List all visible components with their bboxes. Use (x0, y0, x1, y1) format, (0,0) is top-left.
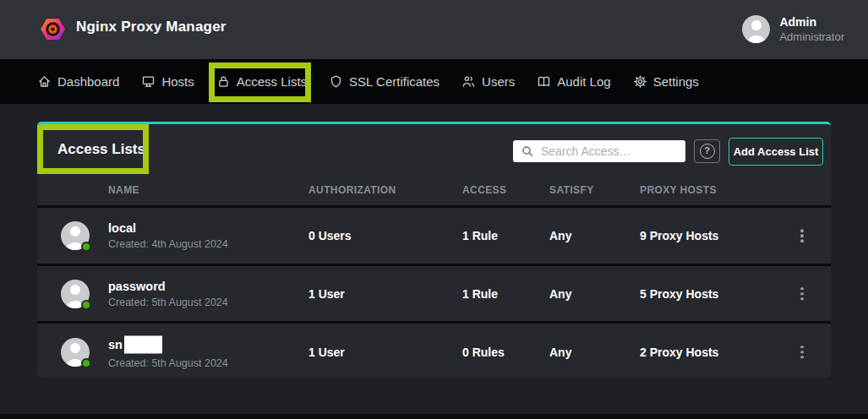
column-header-authorization: AUTHORIZATION (308, 184, 396, 196)
access-list-name: password (108, 280, 228, 293)
nav-label: SSL Certificates (349, 74, 439, 89)
row-avatar (61, 280, 90, 308)
nav-item-access-lists[interactable]: Access Lists (216, 74, 307, 89)
nav-label: Hosts (161, 74, 194, 89)
book-icon (537, 74, 551, 89)
home-icon (37, 74, 52, 89)
cell-authorization: 1 User (308, 346, 345, 359)
created-date: Created: 4th August 2024 (108, 238, 228, 250)
kebab-menu-icon[interactable] (796, 225, 808, 247)
cell-access: 0 Rules (462, 346, 505, 359)
user-role: Administrator (779, 30, 844, 43)
cell-access: 1 Rule (462, 287, 498, 301)
search-input[interactable] (513, 140, 685, 162)
add-access-list-button[interactable]: Add Access List (729, 138, 823, 166)
nav-item-settings[interactable]: Settings (633, 74, 699, 89)
access-list-name: sn (108, 335, 228, 353)
access-list-name: local (108, 221, 228, 235)
column-header-access: ACCESS (462, 184, 506, 196)
cell-proxy-hosts: 2 Proxy Hosts (640, 346, 718, 359)
nav-item-users[interactable]: Users (461, 74, 515, 89)
nav-item-audit-log[interactable]: Audit Log (537, 74, 610, 89)
cell-proxy-hosts: 9 Proxy Hosts (640, 229, 718, 242)
access-lists-panel: Access Lists ? Add Access List NAME AUTH… (37, 122, 831, 378)
nav-label: Dashboard (57, 74, 119, 89)
user-name: Admin (779, 15, 844, 29)
cell-satisfy: Any (549, 346, 571, 359)
user-avatar (742, 15, 770, 43)
table-row[interactable]: password Created: 5th August 2024 1 User… (37, 266, 831, 321)
online-status-dot (81, 358, 91, 368)
column-header-satisfy: SATISFY (549, 184, 594, 196)
npm-hexagon-logo-icon (39, 15, 67, 43)
nav-item-hosts[interactable]: Hosts (141, 74, 194, 89)
cell-proxy-hosts: 5 Proxy Hosts (640, 287, 718, 301)
gear-icon (633, 74, 647, 89)
cell-satisfy: Any (549, 229, 571, 242)
column-header-name: NAME (108, 184, 139, 196)
search-box (513, 140, 685, 162)
cell-authorization: 0 Users (308, 229, 352, 242)
panel-title: Access Lists (57, 141, 145, 158)
nav-item-ssl-certificates[interactable]: SSL Certificates (329, 74, 439, 89)
online-status-dot (81, 300, 91, 310)
users-icon (461, 74, 476, 89)
main-nav: Dashboard Hosts Access Lists SSL Certifi… (0, 59, 868, 104)
nav-label: Access Lists (237, 74, 307, 89)
redaction-box (124, 335, 162, 353)
online-status-dot (81, 242, 91, 252)
nav-label: Audit Log (557, 74, 610, 89)
table-row[interactable]: sn Created: 5th August 2024 1 User 0 Rul… (37, 324, 831, 378)
app-header: Nginx Proxy Manager Admin Administrator (0, 0, 868, 59)
table-row[interactable]: local Created: 4th August 2024 0 Users 1… (37, 208, 831, 264)
lock-icon (216, 74, 231, 89)
cell-access: 1 Rule (462, 229, 498, 242)
help-button[interactable]: ? (694, 139, 720, 163)
cell-satisfy: Any (549, 287, 571, 301)
row-avatar (61, 338, 90, 367)
app-window: Nginx Proxy Manager Admin Administrator … (0, 0, 868, 419)
nav-item-dashboard[interactable]: Dashboard (37, 74, 119, 89)
kebab-menu-icon[interactable] (796, 283, 808, 305)
created-date: Created: 5th August 2024 (108, 356, 228, 368)
monitor-icon (141, 74, 156, 89)
created-date: Created: 5th August 2024 (108, 297, 228, 308)
user-menu[interactable]: Admin Administrator (742, 15, 844, 43)
column-header-proxy-hosts: PROXY HOSTS (640, 184, 717, 196)
cell-authorization: 1 User (308, 287, 345, 301)
window-bottom-edge (0, 414, 868, 419)
help-icon: ? (700, 144, 715, 159)
nav-label: Settings (653, 74, 699, 89)
shield-icon (329, 74, 343, 89)
app-title: Nginx Proxy Manager (76, 19, 227, 35)
nav-label: Users (482, 74, 515, 89)
row-avatar (61, 221, 90, 250)
kebab-menu-icon[interactable] (796, 341, 808, 363)
